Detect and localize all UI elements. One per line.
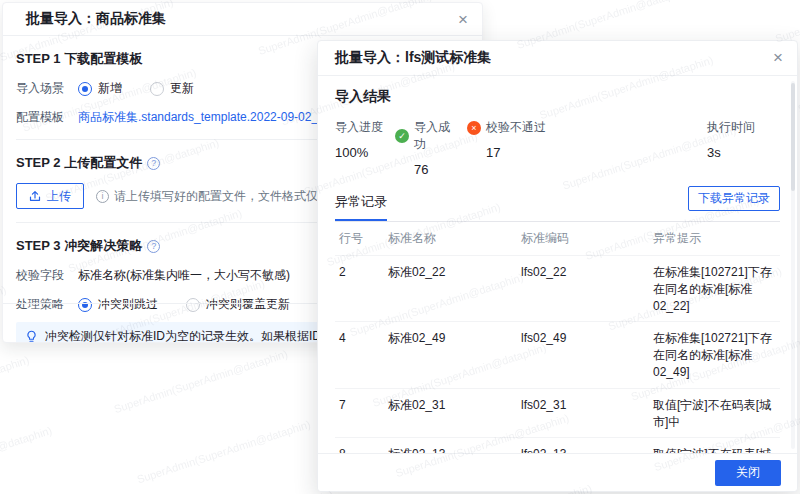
radio-overwrite-label: 冲突则覆盖更新 [206, 296, 290, 313]
radio-checked-icon[interactable] [78, 82, 92, 96]
stat-success: ✓ 导入成功 76 [395, 119, 457, 177]
modal-title: 批量导入：商品标准集 [26, 10, 166, 28]
table-row: 4 标准02_49 lfs02_49 在标准集[102721]下存在同名的标准[… [335, 322, 780, 388]
cell-error: 取值[宁波]不在码表[城市]中 [649, 388, 780, 438]
scrollbar-thumb[interactable] [791, 83, 795, 191]
table-header-row: 行号 标准名称 标准编码 异常提示 [335, 222, 780, 256]
modal-title: 批量导入：lfs测试标准集 [335, 49, 491, 67]
close-button[interactable]: 关闭 [715, 460, 781, 486]
col-header-code: 标准编码 [517, 222, 649, 256]
close-icon[interactable]: × [458, 11, 468, 28]
col-header-error: 异常提示 [649, 222, 780, 256]
stat-success-label: 导入成功 [414, 119, 457, 153]
stat-fail: × 校验不通过 17 [467, 119, 553, 177]
cell-row-no: 7 [335, 388, 384, 438]
cell-name: 标准02_22 [384, 256, 517, 322]
help-icon[interactable]: ? [147, 240, 160, 253]
tab-exception-records[interactable]: 异常记录 [335, 193, 387, 221]
stat-time-label: 执行时间 [707, 119, 780, 136]
check-field-value: 标准名称(标准集内唯一，大小写不敏感) [78, 267, 290, 284]
step2-title-text: STEP 2 上传配置文件 [16, 154, 142, 172]
help-icon[interactable]: ? [147, 157, 160, 170]
radio-option-update[interactable]: 更新 [150, 80, 194, 97]
col-header-row-no: 行号 [335, 222, 384, 256]
stat-progress: 导入进度 100% [335, 119, 383, 177]
tabs-row: 异常记录 下载异常记录 [335, 193, 780, 222]
upload-button[interactable]: 上传 [16, 183, 84, 209]
scene-label: 导入场景 [16, 80, 64, 97]
radio-unchecked-icon[interactable] [186, 298, 200, 312]
upload-button-label: 上传 [47, 188, 71, 205]
cell-code: lfs02_22 [517, 256, 649, 322]
stat-time-value: 3s [707, 145, 780, 160]
stat-time: 执行时间 3s [707, 119, 780, 177]
table-row: 2 标准02_22 lfs02_22 在标准集[102721]下存在同名的标准[… [335, 256, 780, 322]
upload-icon [29, 190, 41, 202]
cell-row-no: 4 [335, 322, 384, 388]
stat-success-value: 76 [395, 162, 457, 177]
close-icon[interactable]: × [773, 49, 783, 66]
step3-title-text: STEP 3 冲突解决策略 [16, 237, 142, 255]
check-field-label: 校验字段 [16, 267, 64, 284]
success-check-icon: ✓ [395, 129, 409, 143]
info-icon: i [96, 190, 109, 203]
radio-update-label: 更新 [170, 80, 194, 97]
radio-option-skip[interactable]: 冲突则跳过 [78, 296, 158, 313]
fail-cross-icon: × [467, 121, 481, 135]
col-header-name: 标准名称 [384, 222, 517, 256]
modal-header: 批量导入：商品标准集 × [3, 3, 482, 36]
cell-code: lfs02_49 [517, 322, 649, 388]
stat-progress-value: 100% [335, 145, 383, 160]
modal-footer: 关闭 [318, 453, 797, 491]
step1-title-text: STEP 1 下载配置模板 [16, 50, 142, 68]
cell-name: 标准02_31 [384, 388, 517, 438]
cell-error: 在标准集[102721]下存在同名的标准[标准02_22] [649, 256, 780, 322]
modal-header: 批量导入：lfs测试标准集 × [318, 41, 797, 76]
cell-row-no: 2 [335, 256, 384, 322]
radio-skip-label: 冲突则跳过 [98, 296, 158, 313]
table-row: 7 标准02_31 lfs02_31 取值[宁波]不在码表[城市]中 [335, 388, 780, 438]
radio-option-overwrite[interactable]: 冲突则覆盖更新 [186, 296, 290, 313]
stat-fail-value: 17 [467, 145, 553, 160]
bulb-icon [25, 330, 38, 343]
stat-progress-label: 导入进度 [335, 119, 383, 136]
radio-unchecked-icon[interactable] [150, 82, 164, 96]
import-result-modal: 批量导入：lfs测试标准集 × 导入结果 导入进度 100% ✓ 导入成功 76… [317, 40, 798, 492]
result-section-title: 导入结果 [335, 88, 780, 106]
stat-fail-label: 校验不通过 [486, 119, 546, 136]
radio-checked-icon[interactable] [78, 298, 92, 312]
radio-option-add[interactable]: 新增 [78, 80, 122, 97]
modal-body: 导入结果 导入进度 100% ✓ 导入成功 76 × 校验不通过 17 [318, 88, 797, 494]
template-label: 配置模板 [16, 109, 64, 126]
cell-code: lfs02_31 [517, 388, 649, 438]
cell-name: 标准02_49 [384, 322, 517, 388]
radio-add-label: 新增 [98, 80, 122, 97]
import-stats: 导入进度 100% ✓ 导入成功 76 × 校验不通过 17 执行时间 3s [335, 119, 780, 177]
cell-error: 在标准集[102721]下存在同名的标准[标准02_49] [649, 322, 780, 388]
strategy-label: 处理策略 [16, 296, 64, 313]
download-records-button[interactable]: 下载异常记录 [688, 186, 780, 211]
